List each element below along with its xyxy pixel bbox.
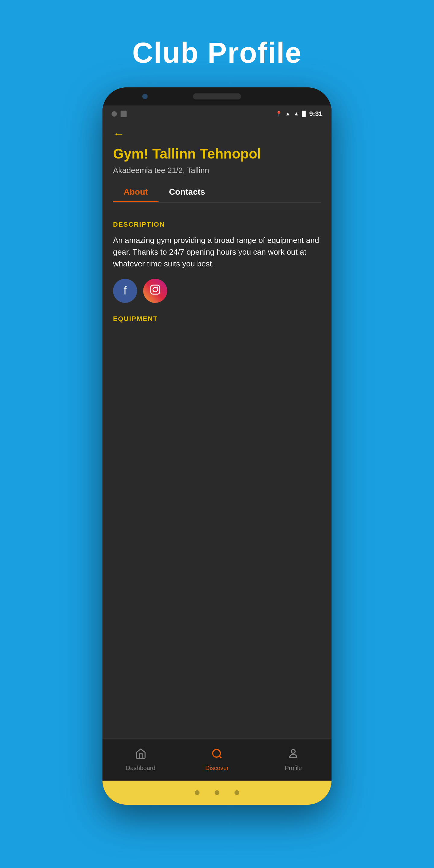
camera-dot [142, 93, 148, 100]
signal-icon: ▲ [293, 111, 299, 117]
svg-line-4 [219, 756, 221, 758]
phone-top-bar [102, 87, 332, 105]
location-icon: 📍 [276, 111, 282, 117]
status-bar: 📍 ▲ ▲ ▉ 9:31 [102, 105, 332, 122]
svg-point-2 [157, 286, 158, 288]
facebook-button[interactable]: f [113, 279, 137, 303]
bottom-nav: Dashboard Discover Profi [102, 738, 332, 781]
instagram-button[interactable] [143, 279, 167, 303]
svg-point-3 [213, 749, 220, 757]
social-icons-container: f [113, 279, 321, 303]
tab-contacts[interactable]: Contacts [158, 182, 216, 202]
nav-item-profile[interactable]: Profile [255, 748, 332, 772]
club-name: Gym! Tallinn Tehnopol [113, 146, 321, 162]
status-left-icons [112, 111, 127, 117]
search-icon [211, 748, 223, 762]
tabs-container: About Contacts [113, 182, 321, 203]
person-icon [287, 748, 299, 762]
status-right-icons: 📍 ▲ ▲ ▉ 9:31 [276, 110, 322, 118]
page-title-heading: Club Profile [132, 36, 302, 69]
nav-label-profile: Profile [285, 765, 302, 772]
nav-item-dashboard[interactable]: Dashboard [102, 748, 179, 772]
tab-about[interactable]: About [113, 182, 158, 202]
gesture-dot-center [215, 790, 219, 795]
nav-label-dashboard: Dashboard [126, 765, 156, 772]
facebook-icon: f [124, 284, 127, 297]
club-address: Akadeemia tee 21/2, Tallinn [113, 166, 321, 175]
club-header: Gym! Tallinn Tehnopol Akadeemia tee 21/2… [102, 143, 332, 210]
back-area: ← [102, 122, 332, 143]
content-area: DESCRIPTION An amazing gym providing a b… [102, 210, 332, 738]
svg-rect-0 [151, 285, 160, 294]
back-button[interactable]: ← [113, 128, 321, 140]
gesture-dot-right [235, 790, 239, 795]
instagram-icon [150, 284, 161, 298]
status-time: 9:31 [309, 110, 322, 118]
home-icon [135, 748, 147, 762]
status-dot-icon [112, 111, 117, 117]
nav-item-discover[interactable]: Discover [179, 748, 255, 772]
phone-device: 📍 ▲ ▲ ▉ 9:31 ← Gym! Tallinn Tehnopol Aka… [102, 87, 332, 805]
svg-point-5 [291, 749, 296, 753]
wifi-icon: ▲ [285, 111, 290, 117]
svg-point-1 [153, 287, 158, 292]
gesture-dot-left [195, 790, 199, 795]
equipment-label: EQUIPMENT [113, 315, 321, 323]
nav-label-discover: Discover [205, 765, 229, 772]
gesture-bar [102, 781, 332, 805]
speaker-grille [193, 93, 241, 99]
status-sim-icon [121, 111, 127, 117]
description-text: An amazing gym providing a broad range o… [113, 235, 321, 270]
battery-icon: ▉ [302, 111, 306, 117]
phone-screen: 📍 ▲ ▲ ▉ 9:31 ← Gym! Tallinn Tehnopol Aka… [102, 105, 332, 805]
description-label: DESCRIPTION [113, 221, 321, 228]
